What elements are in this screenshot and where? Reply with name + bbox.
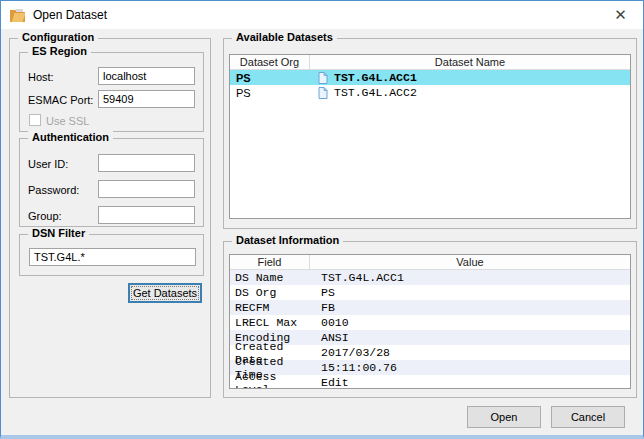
dsn-filter-input[interactable] xyxy=(29,248,196,266)
column-header-field: Field xyxy=(230,255,310,269)
host-input[interactable] xyxy=(98,67,195,85)
info-field-cell: DS Name xyxy=(230,270,310,285)
dataset-name-cell: TST.G4L.ACC2 xyxy=(310,85,630,100)
close-button[interactable]: ✕ xyxy=(598,1,643,29)
group-label: Group: xyxy=(28,210,62,222)
dataset-information-header: Field Value xyxy=(230,255,630,270)
authentication-title: Authentication xyxy=(28,131,113,143)
column-header-value: Value xyxy=(310,255,630,269)
info-value-cell: PS xyxy=(310,285,630,300)
available-datasets-title: Available Datasets xyxy=(232,31,337,43)
info-field-cell: RECFM xyxy=(230,300,310,315)
dataset-information-table: Field Value DS NameTST.G4L.ACC1DS OrgPSR… xyxy=(229,254,631,389)
dataset-name-text: TST.G4L.ACC2 xyxy=(334,86,417,99)
dataset-org-cell: PS xyxy=(230,85,310,100)
column-header-dataset-name[interactable]: Dataset Name xyxy=(310,55,630,69)
host-label: Host: xyxy=(28,71,54,83)
es-region-title: ES Region xyxy=(28,45,91,57)
use-ssl-label: Use SSL xyxy=(46,115,89,127)
info-row: RECFMFB xyxy=(230,300,630,315)
info-row: DS OrgPS xyxy=(230,285,630,300)
window-title: Open Dataset xyxy=(33,8,107,22)
available-datasets-rows: PS TST.G4L.ACC1PS TST.G4L.ACC2 xyxy=(230,70,630,100)
esmac-port-label: ESMAC Port: xyxy=(28,94,93,106)
info-value-cell: Edit xyxy=(310,375,630,389)
info-row: DS NameTST.G4L.ACC1 xyxy=(230,270,630,285)
titlebar[interactable]: Open Dataset ✕ xyxy=(1,1,643,29)
dataset-information-title: Dataset Information xyxy=(232,234,343,246)
dataset-name-text: TST.G4L.ACC1 xyxy=(334,71,417,84)
user-id-label: User ID: xyxy=(28,158,68,170)
cancel-button[interactable]: Cancel xyxy=(551,406,625,428)
esmac-port-input[interactable] xyxy=(98,90,195,108)
info-row: Access LevelEdit xyxy=(230,375,630,389)
column-header-dataset-org[interactable]: Dataset Org xyxy=(230,55,310,69)
password-label: Password: xyxy=(28,184,79,196)
dataset-name-cell: TST.G4L.ACC1 xyxy=(310,70,630,85)
dataset-row[interactable]: PS TST.G4L.ACC2 xyxy=(230,85,630,100)
get-datasets-button[interactable]: Get Datasets xyxy=(128,283,202,303)
dataset-information-rows: DS NameTST.G4L.ACC1DS OrgPSRECFMFBLRECL … xyxy=(230,270,630,389)
info-value-cell: ANSI xyxy=(310,330,630,345)
info-value-cell: 0010 xyxy=(310,315,630,330)
folder-icon xyxy=(9,8,26,23)
available-datasets-table: Dataset Org Dataset Name PS TST.G4L.ACC1… xyxy=(229,54,631,219)
info-value-cell: 15:11:00.76 xyxy=(310,360,630,375)
info-field-cell: LRECL Max xyxy=(230,315,310,330)
use-ssl-checkbox[interactable] xyxy=(29,114,41,126)
open-button[interactable]: Open xyxy=(467,406,541,428)
info-value-cell: 2017/03/28 xyxy=(310,345,630,360)
info-value-cell: FB xyxy=(310,300,630,315)
available-datasets-header: Dataset Org Dataset Name xyxy=(230,55,630,70)
info-row: LRECL Max0010 xyxy=(230,315,630,330)
open-dataset-dialog: Open Dataset ✕ Configuration ES Region H… xyxy=(0,0,644,439)
info-field-cell: DS Org xyxy=(230,285,310,300)
info-value-cell: TST.G4L.ACC1 xyxy=(310,270,630,285)
file-icon xyxy=(318,87,328,99)
info-field-cell: Access Level xyxy=(230,375,310,389)
dsn-filter-title: DSN Filter xyxy=(28,227,89,239)
dataset-org-cell: PS xyxy=(230,70,310,85)
file-icon xyxy=(318,72,328,84)
password-input[interactable] xyxy=(98,180,195,198)
configuration-title: Configuration xyxy=(18,31,98,43)
group-input[interactable] xyxy=(98,206,195,224)
dataset-row[interactable]: PS TST.G4L.ACC1 xyxy=(230,70,630,85)
user-id-input[interactable] xyxy=(98,154,195,172)
